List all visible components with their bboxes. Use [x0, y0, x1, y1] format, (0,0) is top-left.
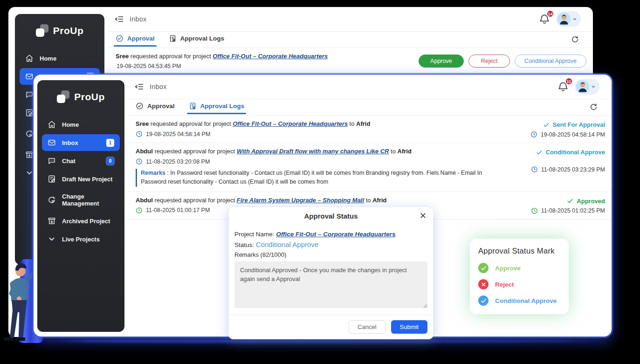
check-icon [536, 149, 543, 156]
user-avatar-menu[interactable] [575, 79, 599, 95]
clock-icon [530, 131, 537, 138]
sidebar-item-label: Live Projects [62, 236, 114, 243]
clock-icon [136, 158, 143, 165]
project-link[interactable]: Fire Alarm System Upgrade – Shopping Mal… [237, 197, 364, 204]
legend-label: Approve [495, 265, 521, 272]
submit-button[interactable]: Submit [391, 320, 427, 334]
project-name-label: Project Name: [234, 231, 275, 238]
user-avatar-menu[interactable] [556, 11, 581, 27]
page-title: Inbox [150, 83, 166, 90]
back-tab-bar: Approval Approval Logs [108, 32, 593, 48]
remarks-count-label: Remarks (82/1000) [234, 251, 427, 258]
request-text: Sree requested approval for project Offi… [116, 53, 409, 60]
tab-label: Approval Logs [200, 103, 245, 110]
status-timestamp: 19-08-2025 04:58:14 PM [530, 131, 605, 138]
conditional-approve-button[interactable]: Conditional Approve [515, 55, 586, 68]
recipient-name: Afrid [398, 148, 412, 155]
sidebar-item-draft-new-project[interactable]: Draft New Project [42, 171, 120, 187]
sidebar-item-home[interactable]: Home [20, 50, 100, 67]
status-badge: Sent For Approval [543, 121, 605, 128]
requester-name: Abdul [136, 148, 153, 155]
approve-check-icon [478, 263, 489, 273]
conditional-check-icon [478, 295, 489, 306]
status-badge: Conditional Approve [536, 149, 605, 156]
modal-title: Approval Status [304, 212, 358, 220]
chat-icon [48, 157, 56, 165]
page-title: Inbox [130, 15, 146, 23]
notification-bell-icon[interactable]: 11 [557, 81, 569, 93]
project-link[interactable]: With Approval Draft flow with many chang… [237, 148, 389, 155]
log-text: Sree requested approval for project Offi… [136, 120, 486, 127]
status-value: Conditional Approve [256, 240, 318, 248]
approval-log-row: Sree requested approval for project Offi… [128, 116, 612, 143]
approval-log-row: Abdul requested approval for project Wit… [128, 143, 612, 192]
check-circle-icon [136, 102, 144, 110]
project-link[interactable]: Office Fit-Out – Corporate Headquarters [233, 120, 348, 127]
refresh-icon[interactable] [571, 35, 579, 43]
reject-button[interactable]: Reject [468, 55, 510, 68]
status-timestamp: 11-08-2025 03:23:29 PM [531, 166, 605, 173]
check-icon [543, 122, 550, 128]
approval-actions: Approve Reject Conditional Approve [419, 53, 586, 69]
clock-icon [531, 166, 538, 173]
check-icon [567, 198, 573, 204]
reject-x-icon [478, 279, 489, 289]
collapse-menu-icon[interactable] [135, 82, 144, 91]
tab-approval-logs[interactable]: Approval Logs [169, 34, 225, 46]
approve-button[interactable]: Approve [419, 55, 464, 68]
change-management-icon [48, 196, 56, 204]
recipient-name: Afrid [356, 120, 370, 127]
app-logo-text: ProUp [53, 25, 84, 36]
log-text: Abdul requested approval for project Wit… [136, 148, 486, 155]
tab-label: Approval [127, 35, 155, 42]
notification-bell-icon[interactable]: 14 [538, 13, 551, 25]
mail-icon [48, 138, 56, 147]
sidebar-item-inbox[interactable]: Inbox 1 [42, 134, 120, 151]
request-timestamp: 19-08-2025 04:53:45 PM [116, 63, 409, 69]
home-icon [25, 54, 34, 62]
legend-item-conditional-approve: Conditional Approve [478, 295, 560, 306]
home-icon [48, 120, 56, 129]
tab-approval[interactable]: Approval [116, 34, 155, 46]
inbox-count-badge: 1 [106, 139, 114, 147]
collapse-menu-icon[interactable] [115, 14, 124, 24]
sidebar-item-label: Inbox [62, 139, 100, 146]
tab-label: Approval [147, 103, 175, 110]
approval-status-mark-card: Approval Status Mark Approve Reject Cond… [470, 239, 569, 314]
chevron-down-icon [48, 235, 56, 243]
modal-status-line: Status: Conditional Approve [234, 240, 427, 248]
tab-label: Approval Logs [180, 35, 225, 42]
legend-item-reject: Reject [478, 279, 560, 289]
front-app-window: ProUp Home Inbox 1 Chat 0 Draft New Proj… [33, 74, 612, 337]
chevron-down-icon [591, 84, 596, 89]
requester-name: Sree [136, 120, 149, 127]
project-link[interactable]: Office Fit-Out – Corporate Headquarters [213, 53, 328, 60]
app-logo-text: ProUp [74, 91, 105, 103]
draft-icon [48, 175, 56, 183]
clock-icon [136, 130, 143, 137]
sidebar-item-label: Draft New Project [62, 176, 114, 183]
remarks-textarea[interactable]: Conditional Approved - Once you made the… [234, 261, 427, 308]
sidebar-item-chat[interactable]: Chat 0 [42, 152, 120, 169]
project-link[interactable]: Office Fit-Out – Corporate Headquarters [276, 231, 395, 238]
tab-approval[interactable]: Approval [136, 102, 175, 114]
front-tab-bar: Approval Approval Logs [128, 99, 612, 116]
log-text: Abdul requested approval for project Fir… [136, 197, 486, 204]
clock-icon [136, 207, 143, 214]
sidebar-item-change-management[interactable]: Change Management [42, 189, 120, 211]
legend-title: Approval Status Mark [478, 247, 560, 255]
tab-approval-logs[interactable]: Approval Logs [189, 102, 245, 114]
close-icon[interactable] [420, 212, 427, 219]
window-reflection-glow [44, 339, 604, 343]
proup-logo-icon [36, 24, 48, 37]
sidebar-item-home[interactable]: Home [42, 116, 120, 133]
sidebar-item-label: Chat [62, 158, 100, 165]
cancel-button[interactable]: Cancel [349, 320, 385, 334]
legend-label: Conditional Approve [495, 297, 557, 304]
proup-logo-icon [57, 90, 69, 103]
notification-count-badge: 14 [546, 10, 554, 18]
legend-item-approve: Approve [478, 263, 560, 273]
sidebar-item-archived-project[interactable]: Archived Project [42, 213, 120, 229]
refresh-icon[interactable] [590, 103, 598, 111]
sidebar-item-live-projects[interactable]: Live Projects [42, 231, 120, 247]
